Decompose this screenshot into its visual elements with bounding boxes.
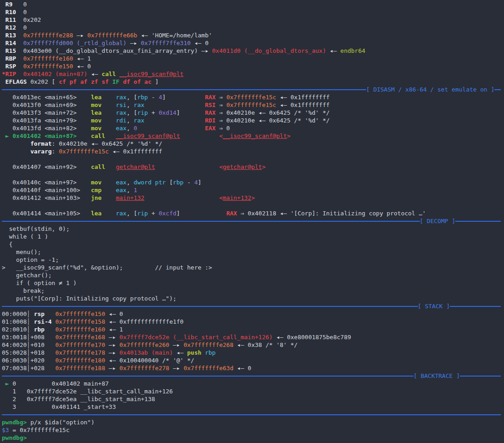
backtrace-title: [ BACKTRACE ] — [413, 372, 460, 380]
disasm-body-line: 0x401414 <main+105> lea rax, [rip + 0xcf… — [2, 209, 504, 217]
registers-line: R13 0x7fffffffe288 —▸ 0x7fffffffe66b ◂— … — [2, 31, 504, 39]
divider-rule — [2, 414, 501, 415]
disasm-body-line: 0x4013f3 <main+72> lea rax, [rip + 0xd14… — [2, 109, 504, 117]
disasm-title: [ DISASM / x86-64 / set emulate on ] — [366, 86, 494, 93]
disasm-body-line — [2, 171, 504, 178]
registers-line: R9 0 — [2, 0, 504, 8]
disasm-body-line: vararg: 0x7fffffffe15c ◂— 0x1ffffffff — [2, 148, 504, 155]
divider-rule — [2, 221, 420, 222]
disasm-body-line: format: 0x40210e ◂— 0x6425 /* '%d' */ — [2, 140, 504, 148]
section-header-disasm: [ DISASM / x86-64 / set emulate on ] — [2, 86, 504, 93]
section-header-backtrace: [ BACKTRACE ] — [2, 372, 504, 380]
divider-rule — [450, 306, 501, 307]
section-header-stack: [ STACK ] — [2, 302, 504, 310]
section-header-prompt-separator — [2, 411, 504, 418]
backtrace-body-line: 2 0x7ffff7dce5ea __libc_start_main+138 — [2, 395, 504, 403]
decomp-body-line: { — [2, 240, 504, 248]
divider-rule — [2, 89, 366, 90]
divider-rule — [494, 89, 501, 90]
decomp-body-line: getchar(); — [2, 271, 504, 279]
disasm-body-line — [2, 155, 504, 163]
disasm-body-line: 0x4013f0 <main+69> mov rsi, rax RSI ⇒ 0x… — [2, 101, 504, 109]
decomp-body-line: > __isoc99_scanf("%d", &option); // inpu… — [2, 264, 504, 271]
stack-body-line: 05:0028│+018 0x7fffffffe178 —▸ 0x4013ab … — [2, 349, 504, 356]
decomp-body-line: break; — [2, 287, 504, 295]
prompt-line: pwndbg> p/x $ida("option") — [2, 418, 504, 426]
stack-title: [ STACK ] — [418, 302, 450, 310]
disasm-body-line: 0x40140f <main+100> cmp eax, 1 — [2, 186, 504, 194]
stack-body-line: 02:0010│ rbp 0x7fffffffe160 ◂— 1 — [2, 326, 504, 333]
disasm-body-line: 0x4013fd <main+82> mov eax, 0 EAX ⇒ 0 — [2, 124, 504, 132]
registers-line: RSP 0x7fffffffe150 ◂— 0 — [2, 62, 504, 70]
decomp-body-line: setbuf(stdin, 0); — [2, 225, 504, 233]
stack-body-line: 00:0000│ rsp 0x7fffffffe150 ◂— 0 — [2, 310, 504, 318]
divider-rule — [460, 376, 501, 377]
registers-line: R15 0x403e00 (__do_global_dtors_aux_fini… — [2, 47, 504, 55]
disasm-body-line: 0x4013fa <main+79> mov rdi, rax RDI ⇒ 0x… — [2, 117, 504, 124]
registers-line: R10 0 — [2, 8, 504, 16]
disasm-body-line — [2, 202, 504, 209]
decomp-body-line: option = -1; — [2, 256, 504, 264]
stack-body-line: 06:0030│+020 0x7fffffffe180 ◂— 0x1004000… — [2, 356, 504, 364]
prompt-line: $3 = 0x7fffffffe15c — [2, 426, 504, 434]
divider-rule — [455, 221, 501, 222]
decomp-body-line: if ( option ≠ 1 ) — [2, 279, 504, 287]
pwndbg-terminal[interactable]: R9 0 R10 0 R11 0x202 R12 0 R13 0x7ffffff… — [0, 0, 504, 442]
decomp-body-line: menu(); — [2, 248, 504, 256]
prompt-line: pwndbg> — [2, 434, 504, 442]
disasm-body-line: 0x40140c <main+97> mov eax, dword ptr [r… — [2, 178, 504, 186]
stack-body-line: 07:0038│+028 0x7fffffffe188 —▸ 0x7ffffff… — [2, 364, 504, 372]
decomp-title: [ DECOMP ] — [420, 217, 455, 225]
disasm-body-line: ► 0x401402 <main+87> call __isoc99_scanf… — [2, 132, 504, 140]
divider-rule — [2, 306, 418, 307]
disasm-body-line: 0x401412 <main+103> jne main+132 <main+1… — [2, 194, 504, 202]
backtrace-body-line: ► 0 0x401402 main+87 — [2, 380, 504, 387]
disasm-body-line: 0x401407 <main+92> call getchar@plt <get… — [2, 163, 504, 171]
section-header-decomp: [ DECOMP ] — [2, 217, 504, 225]
registers-line: R12 0 — [2, 24, 504, 31]
stack-body-line: 03:0018│+008 0x7fffffffe168 —▸ 0x7ffff7d… — [2, 333, 504, 341]
stack-body-line: 04:0020│+010 0x7fffffffe170 —▸ 0x7ffffff… — [2, 341, 504, 349]
backtrace-body-line: 1 0x7ffff7dce52e __libc_start_call_main+… — [2, 387, 504, 395]
decomp-body-line: while ( 1 ) — [2, 233, 504, 240]
registers-line: EFLAGS 0x202 [ cf pf af zf sf IF df of a… — [2, 78, 504, 86]
registers-line: *RIP 0x401402 (main+87) ◂— call __isoc99… — [2, 70, 504, 78]
decomp-body-line: puts("[Corp]: Initializing copy protocol… — [2, 295, 504, 302]
registers-line: RBP 0x7fffffffe160 ◂— 1 — [2, 55, 504, 62]
divider-rule — [2, 376, 413, 377]
disasm-body-line: 0x4013ec <main+65> lea rax, [rbp - 4] RA… — [2, 93, 504, 101]
registers-line: R11 0x202 — [2, 16, 504, 24]
backtrace-body-line: 3 0x401141 _start+33 — [2, 403, 504, 411]
registers-line: R14 0x7ffff7ffd000 (_rtld_global) —▸ 0x7… — [2, 39, 504, 47]
stack-body-line: 01:0008│ rsi-4 0x7fffffffe158 ◂— 0xfffff… — [2, 318, 504, 326]
